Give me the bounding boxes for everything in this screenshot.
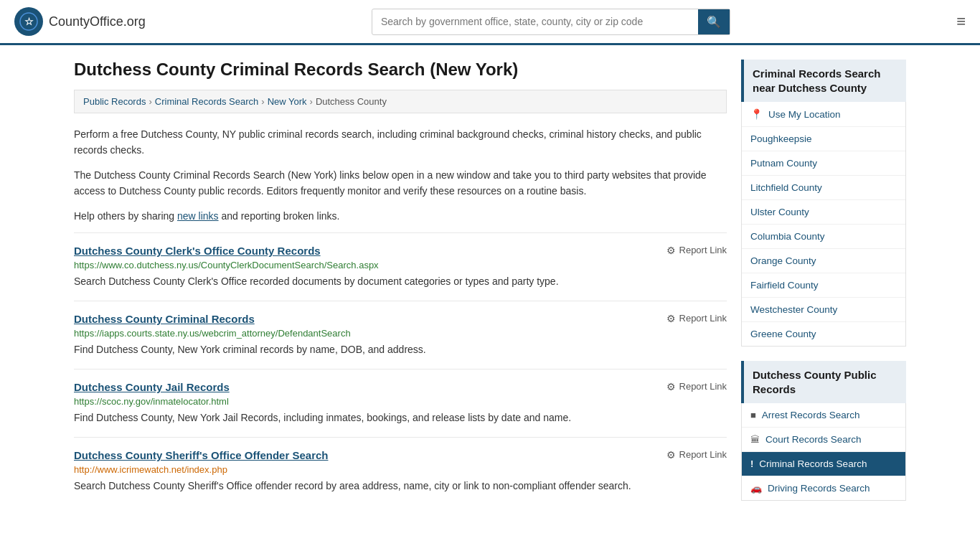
record-entry-3: Dutchess County Sheriff's Office Offende… (74, 437, 727, 505)
record-title-2[interactable]: Dutchess County Jail Records (74, 381, 230, 393)
content-area: Dutchess County Criminal Records Search … (74, 60, 727, 515)
sidebar-item-poughkeepsie[interactable]: Poughkeepsie (742, 127, 905, 151)
sidebar-nearby-list: 📍 Use My Location Poughkeepsie Putnam Co… (741, 102, 906, 347)
records-list: Dutchess County Clerk's Office County Re… (74, 232, 727, 505)
sidebar-item-orange-county[interactable]: Orange County (742, 249, 905, 273)
record-url-0: https://www.co.dutchess.ny.us/CountyCler… (74, 260, 727, 270)
record-entry-2: Dutchess County Jail Records ⚙ Report Li… (74, 369, 727, 437)
page-title: Dutchess County Criminal Records Search … (74, 60, 727, 80)
sidebar-item-criminal-records[interactable]: ! Criminal Records Search (742, 452, 905, 476)
sidebar: Criminal Records Search near Dutchess Co… (741, 60, 906, 515)
record-url-1: https://iapps.courts.state.ny.us/webcrim… (74, 328, 727, 339)
record-entry-1: Dutchess County Criminal Records ⚙ Repor… (74, 301, 727, 369)
site-header: ☆ CountyOffice.org 🔍 ≡ (0, 0, 980, 45)
description-paragraph-3: Help others by sharing new links and rep… (74, 208, 727, 224)
record-title-0[interactable]: Dutchess County Clerk's Office County Re… (74, 245, 321, 257)
new-links-link[interactable]: new links (177, 210, 219, 222)
record-desc-2: Find Dutchess County, New York Jail Reco… (74, 410, 727, 425)
report-icon-3: ⚙ (666, 449, 676, 461)
main-container: Dutchess County Criminal Records Search … (60, 45, 920, 529)
criminal-records-icon: ! (750, 458, 753, 469)
sidebar-section-public-records: Dutchess County Public Records ■ Arrest … (741, 361, 906, 501)
logo-icon: ☆ (14, 7, 43, 36)
record-desc-3: Search Dutchess County Sheriff's Office … (74, 479, 727, 494)
sidebar-item-driving-records[interactable]: 🚗 Driving Records Search (742, 476, 905, 500)
court-records-icon: 🏛 (750, 434, 760, 445)
logo[interactable]: ☆ CountyOffice.org (14, 7, 146, 36)
search-input[interactable] (372, 10, 698, 33)
sidebar-item-arrest-records[interactable]: ■ Arrest Records Search (742, 403, 905, 428)
arrest-records-icon: ■ (750, 410, 756, 420)
report-link-1[interactable]: ⚙ Report Link (666, 313, 727, 324)
record-url-2: https://scoc.ny.gov/inmatelocator.html (74, 396, 727, 407)
report-link-3[interactable]: ⚙ Report Link (666, 449, 727, 461)
sidebar-section2-title: Dutchess County Public Records (741, 361, 906, 403)
search-bar[interactable]: 🔍 (372, 9, 730, 35)
logo-text: CountyOffice.org (49, 14, 146, 29)
record-desc-0: Search Dutchess County Clerk's Office re… (74, 274, 727, 289)
sidebar-item-columbia-county[interactable]: Columbia County (742, 225, 905, 249)
report-icon-1: ⚙ (666, 313, 676, 324)
menu-button[interactable]: ≡ (956, 12, 966, 31)
sidebar-item-putnam-county[interactable]: Putnam County (742, 151, 905, 176)
sidebar-item-westchester-county[interactable]: Westchester County (742, 298, 905, 322)
breadcrumb-criminal-records-search[interactable]: Criminal Records Search (155, 96, 259, 107)
sidebar-item-use-my-location[interactable]: 📍 Use My Location (742, 102, 905, 127)
description-paragraph-1: Perform a free Dutchess County, NY publi… (74, 126, 727, 159)
record-title-3[interactable]: Dutchess County Sheriff's Office Offende… (74, 449, 328, 461)
report-icon-0: ⚙ (666, 245, 676, 256)
record-url-3: http://www.icrimewatch.net/index.php (74, 464, 727, 475)
report-link-0[interactable]: ⚙ Report Link (666, 245, 727, 256)
location-pin-icon: 📍 (750, 108, 763, 120)
sidebar-public-records-list: ■ Arrest Records Search 🏛 Court Records … (741, 403, 906, 501)
sidebar-section1-title: Criminal Records Search near Dutchess Co… (741, 60, 906, 102)
breadcrumb-new-york[interactable]: New York (268, 96, 307, 107)
sidebar-item-court-records[interactable]: 🏛 Court Records Search (742, 428, 905, 452)
record-entry-0: Dutchess County Clerk's Office County Re… (74, 232, 727, 301)
sidebar-item-greene-county[interactable]: Greene County (742, 322, 905, 346)
search-icon: 🔍 (707, 16, 721, 28)
record-title-1[interactable]: Dutchess County Criminal Records (74, 313, 255, 325)
svg-text:☆: ☆ (24, 16, 34, 27)
breadcrumb: Public Records › Criminal Records Search… (74, 90, 727, 113)
sidebar-item-litchfield-county[interactable]: Litchfield County (742, 176, 905, 200)
report-icon-2: ⚙ (666, 381, 676, 392)
driving-records-icon: 🚗 (750, 483, 762, 494)
report-link-2[interactable]: ⚙ Report Link (666, 381, 727, 392)
sidebar-section-nearby: Criminal Records Search near Dutchess Co… (741, 60, 906, 347)
sidebar-item-ulster-county[interactable]: Ulster County (742, 200, 905, 225)
sidebar-item-fairfield-county[interactable]: Fairfield County (742, 273, 905, 298)
breadcrumb-public-records[interactable]: Public Records (83, 96, 146, 107)
search-button[interactable]: 🔍 (698, 9, 730, 34)
breadcrumb-dutchess-county: Dutchess County (316, 96, 387, 107)
description-paragraph-2: The Dutchess County Criminal Records Sea… (74, 167, 727, 199)
record-desc-1: Find Dutchess County, New York criminal … (74, 342, 727, 357)
